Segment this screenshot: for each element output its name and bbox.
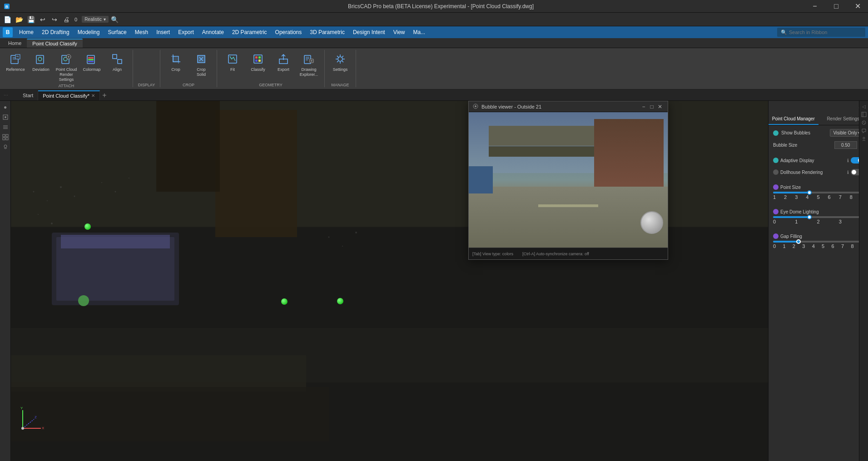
export-button[interactable]: Export	[272, 50, 295, 79]
svg-point-56	[51, 223, 53, 224]
tab-add-button[interactable]: +	[100, 91, 109, 100]
close-button[interactable]: ✕	[847, 0, 868, 13]
bubble-view-type: [Tab] View type: colors	[472, 252, 513, 256]
edge-icon-3[interactable]	[860, 119, 868, 126]
svg-rect-24	[255, 59, 258, 62]
gap-filling-track[interactable]	[773, 241, 863, 243]
tab-other[interactable]	[83, 39, 94, 48]
search-ribbon-input[interactable]	[789, 30, 862, 35]
svg-rect-72	[862, 112, 866, 117]
render-settings-button[interactable]: Point CloudRender Settings	[55, 50, 78, 83]
qa-undo[interactable]: ↩	[37, 14, 48, 25]
window-controls: − □ ✕	[804, 0, 868, 12]
eye-dome-section: Eye Dome Lighting ℹ 012 34	[773, 209, 863, 224]
menu-surface[interactable]: Surface	[104, 27, 130, 37]
point-size-thumb[interactable]	[807, 190, 812, 195]
menu-design-intent[interactable]: Design Intent	[349, 27, 389, 37]
search-ribbon-container[interactable]: 🔍	[777, 28, 865, 37]
svg-rect-18	[173, 56, 179, 62]
qa-print[interactable]: 🖨	[61, 14, 72, 25]
colormap-icon	[84, 52, 99, 66]
minimize-button[interactable]: −	[804, 0, 825, 13]
menu-annotate[interactable]: Annotate	[198, 27, 228, 37]
tab-point-cloud[interactable]: Point Cloud Classify	[27, 39, 82, 48]
qa-new[interactable]: 📄	[2, 14, 13, 25]
crop-solid-button[interactable]: CropSolid	[189, 50, 213, 79]
sidebar-icon-4[interactable]	[1, 133, 10, 142]
show-bubbles-dropdown[interactable]: Visible Only ▾	[830, 129, 863, 137]
qa-save[interactable]: 💾	[25, 14, 36, 25]
gap-filling-ticks: 012 345 678 9	[773, 243, 863, 249]
edge-icon-2[interactable]	[860, 111, 868, 118]
title-bar: B BricsCAD Pro beta (BETA License) Exper…	[0, 0, 868, 13]
menu-view[interactable]: View	[390, 27, 409, 37]
bubble-minimize[interactable]: −	[640, 103, 648, 111]
svg-rect-14	[88, 61, 94, 62]
export-label: Export	[278, 67, 289, 72]
qa-search[interactable]: 🔍	[109, 14, 120, 25]
colormap-button[interactable]: Colormap	[80, 50, 104, 79]
bubble-maximize[interactable]: □	[648, 103, 656, 111]
eye-dome-track[interactable]	[773, 216, 863, 218]
deviation-button[interactable]: Deviation	[29, 50, 53, 79]
bubble-viewer-content[interactable]	[469, 112, 668, 248]
menu-more[interactable]: Ma...	[409, 27, 429, 37]
menu-export[interactable]: Export	[174, 27, 198, 37]
menu-mesh[interactable]: Mesh	[131, 27, 152, 37]
maximize-button[interactable]: □	[826, 0, 847, 13]
sidebar-icon-5[interactable]	[1, 143, 10, 152]
drawing-explorer-button[interactable]: DrawingExplorer...	[297, 50, 321, 79]
svg-point-32	[338, 57, 342, 61]
edge-icon-1[interactable]: ◁	[860, 103, 868, 110]
tab-row-more[interactable]: ⋯	[4, 93, 8, 98]
menu-2d-parametric[interactable]: 2D Parametric	[228, 27, 271, 37]
menu-operations[interactable]: Operations	[272, 27, 306, 37]
classify-label: Classify	[251, 67, 265, 72]
ribbon: Reference Deviation Point CloudRender Se…	[0, 48, 868, 90]
reference-button[interactable]: Reference	[4, 50, 27, 79]
app-menu-button[interactable]: B	[3, 27, 13, 37]
tab-point-cloud-manager[interactable]: Point Cloud Manager	[769, 114, 818, 125]
gap-filling-thumb[interactable]	[796, 239, 801, 244]
app-icon: B	[0, 0, 14, 13]
tab-classify-close[interactable]: ✕	[91, 93, 95, 98]
tab-classify[interactable]: Point Cloud Classify* ✕	[38, 90, 100, 100]
tab-home[interactable]: Home	[3, 39, 27, 48]
drawing-explorer-label: DrawingExplorer...	[300, 67, 318, 77]
qa-redo[interactable]: ↪	[49, 14, 60, 25]
render-mode[interactable]: Realistic ▾	[82, 16, 109, 23]
attach-group-label: ATTACH	[59, 83, 74, 88]
align-button[interactable]: Align	[105, 50, 129, 79]
dollhouse-info-icon[interactable]: ℹ	[847, 170, 849, 175]
sidebar-icon-2[interactable]	[1, 113, 10, 122]
menu-home[interactable]: Home	[15, 27, 37, 37]
point-size-track[interactable]	[773, 192, 863, 193]
sidebar-icon-3[interactable]	[1, 123, 10, 132]
svg-rect-23	[258, 56, 261, 59]
bubble-close[interactable]: ✕	[656, 103, 664, 111]
eye-dome-thumb[interactable]	[807, 215, 812, 219]
qa-open[interactable]: 📂	[14, 14, 25, 25]
tab-start[interactable]: Start ✕	[18, 90, 38, 100]
edge-icon-4[interactable]	[860, 127, 868, 134]
main-canvas[interactable]: X Y Z Bubble viewer - Outside 21 − □ ✕	[11, 101, 768, 461]
bubble-size-input[interactable]	[834, 141, 857, 149]
menu-modeling[interactable]: Modeling	[74, 27, 104, 37]
sidebar-icon-1[interactable]: ●	[1, 103, 10, 112]
gap-filling-label-row: Gap Filling ℹ	[773, 233, 863, 239]
classify-button[interactable]: Classify	[246, 50, 270, 79]
menu-2d-drafting[interactable]: 2D Drafting	[38, 27, 73, 37]
menu-insert[interactable]: Insert	[153, 27, 174, 37]
axis-indicator: X Y Z	[18, 406, 45, 434]
fit-button[interactable]: Fit	[221, 50, 244, 79]
svg-point-60	[328, 237, 330, 238]
crop-solid-icon	[194, 52, 208, 66]
crop-button[interactable]: Crop	[164, 50, 188, 79]
ribbon-group-crop: Crop CropSolid CROP	[160, 50, 217, 87]
edge-icon-5[interactable]	[860, 135, 868, 143]
adaptive-info-icon[interactable]: ℹ	[847, 158, 849, 163]
bubble-size-row: Bubble Size m	[773, 141, 863, 149]
menu-3d-parametric[interactable]: 3D Parametric	[306, 27, 348, 37]
settings-button[interactable]: Settings	[328, 50, 352, 79]
drawing-explorer-icon	[302, 52, 316, 66]
